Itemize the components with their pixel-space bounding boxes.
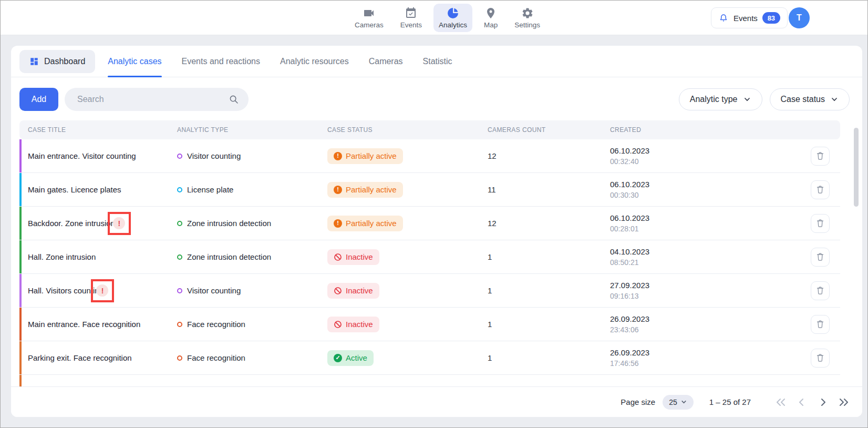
tab-bar: Dashboard Analytic cases Events and reac… [11,46,862,77]
gear-icon [521,7,534,19]
status-badge: ! Partially active [327,182,403,198]
events-notifications-button[interactable]: Events 83 [711,7,788,28]
table-row-partial[interactable] [19,375,840,386]
nav-item-settings[interactable]: Settings [509,4,545,32]
warning-icon: ! [334,219,342,228]
delete-button[interactable] [811,349,830,368]
cameras-count: 11 [475,185,604,194]
analytic-type-dot [177,221,182,226]
header-case-status: CASE STATUS [327,126,475,134]
check-icon: ✓ [334,354,342,362]
trash-icon [816,151,824,160]
nav-label: Analytics [439,21,467,29]
delete-button[interactable] [811,315,830,334]
nav-item-cameras[interactable]: Cameras [349,4,389,32]
table-row[interactable]: Hall. Zone intrusion Zone intrusion dete… [19,240,840,274]
delete-button[interactable] [811,180,830,199]
delete-button[interactable] [811,214,830,233]
delete-button[interactable] [811,281,830,300]
first-page-icon[interactable] [775,396,787,408]
created-date: 26.09.2023 [610,313,735,324]
status-label: Inactive [346,286,373,295]
events-button-label: Events [733,14,758,23]
last-page-icon[interactable] [838,396,850,408]
table-header: CASE TITLE ANALYTIC TYPE CASE STATUS CAM… [19,120,840,139]
status-badge: Inactive [327,317,379,332]
table-row[interactable]: Hall. Visitors counting ! Visitor counti… [19,274,840,308]
analytic-type-filter[interactable]: Analytic type [679,88,762,110]
status-badge: Inactive [327,249,379,265]
status-label: Inactive [346,252,373,261]
created-date: 06.10.2023 [610,145,735,156]
table-row[interactable]: Parking exit. Face recognition Face reco… [19,341,840,375]
filter-group: Analytic type Case status [679,88,850,110]
warning-icon: ! [334,186,342,194]
vertical-scrollbar-thumb[interactable] [854,128,859,207]
created-date: 06.10.2023 [610,179,735,190]
created-date: 06.10.2023 [610,212,735,223]
search-input[interactable] [65,88,249,111]
status-badge: ! Partially active [327,216,403,231]
nav-label: Cameras [355,21,384,29]
delete-button[interactable] [811,147,830,166]
blocked-icon [334,287,342,295]
tab-analytic-cases[interactable]: Analytic cases [108,46,161,77]
analytic-cases-table: CASE TITLE ANALYTIC TYPE CASE STATUS CAM… [19,120,840,386]
map-pin-icon [484,7,497,19]
blocked-icon [334,320,342,329]
created-time: 00:32:40 [610,156,735,167]
nav-item-analytics[interactable]: Analytics [433,4,472,32]
trash-icon [816,219,824,228]
nav-item-events[interactable]: Events [395,4,427,32]
analytic-type-filter-label: Analytic type [690,95,738,104]
trash-icon [816,320,824,329]
status-label: Partially active [346,185,397,194]
case-error-icon: ! [113,217,125,229]
status-label: Inactive [346,320,373,329]
tab-statistic[interactable]: Statistic [423,46,452,77]
table-row[interactable]: Main entrance. Visitor counting Visitor … [19,139,840,173]
page-size-label: Page size [621,398,655,406]
table-row[interactable]: Main gates. Licence plates License plate… [19,173,840,207]
top-bar: Cameras Events Analytics Map Settings [1,1,867,35]
page-size-select[interactable]: 25 [663,395,694,410]
header-created: CREATED [604,126,735,134]
chevron-down-icon [743,95,751,104]
tab-cameras[interactable]: Cameras [369,46,403,77]
case-status-filter-label: Case status [781,95,825,104]
user-avatar[interactable]: T [789,7,810,28]
case-status-filter[interactable]: Case status [770,88,850,110]
warning-icon: ! [334,152,342,160]
cameras-count: 1 [475,320,604,329]
status-badge: Inactive [327,283,379,299]
search-icon[interactable] [229,94,239,105]
bell-icon [718,13,729,23]
analytic-type-dot [177,254,182,260]
case-title: Main gates. Licence plates [28,185,121,194]
dashboard-button[interactable]: Dashboard [19,50,95,73]
analytic-type-dot [177,355,182,361]
created-date: 27.09.2023 [610,280,735,291]
nav-item-map[interactable]: Map [479,4,503,32]
created-date: 26.09.2023 [610,347,735,358]
add-button[interactable]: Add [19,88,58,111]
table-row[interactable]: Main entrance. Face recognition Face rec… [19,308,840,341]
analytic-type-dot [177,288,182,293]
prev-page-icon[interactable] [796,396,808,408]
table-row[interactable]: Backdoor. Zone intrusion ! Zone intrusio… [19,207,840,240]
created-time: 08:50:21 [610,257,735,268]
chevron-down-icon [680,399,687,405]
status-label: Partially active [346,219,397,228]
pagination-range: 1 – 25 of 27 [709,398,751,406]
tab-analytic-resources[interactable]: Analytic resources [280,46,349,77]
analytic-type-dot [177,322,182,327]
nav-label: Events [400,21,422,29]
case-error-icon: ! [96,284,108,297]
trash-icon [816,286,824,295]
tab-events-and-reactions[interactable]: Events and reactions [182,46,260,77]
next-page-icon[interactable] [817,396,829,408]
trash-icon [816,185,824,194]
header-case-title: CASE TITLE [22,126,177,134]
delete-button[interactable] [811,248,830,267]
created-time: 00:30:30 [610,190,735,200]
